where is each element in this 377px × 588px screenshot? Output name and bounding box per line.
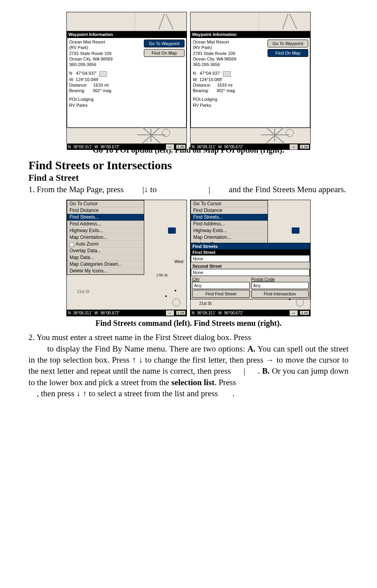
poi-addr1: 2781 State Route 109 xyxy=(69,51,140,56)
menu-overlay-data[interactable]: Overlay Data... xyxy=(67,248,144,254)
waypoint-info-body: Ocean Mist Resort (RV Park) 2781 State R… xyxy=(190,38,310,128)
waypoint-details: Ocean Mist Resort (RV Park) 2781 State R… xyxy=(67,38,142,127)
map-dot xyxy=(165,295,167,297)
poi-lon: W 124°10.088' xyxy=(69,77,140,82)
poi-phone: 360-289-3656 xyxy=(193,62,264,67)
status-lat: 36°08.311' xyxy=(197,145,216,149)
poi-name: Ocean Mist Resort xyxy=(193,39,264,45)
scale-indicator: 1 mi xyxy=(176,145,185,149)
first-street-label: First Street xyxy=(191,250,310,255)
go-to-waypoint-button[interactable]: Go To Waypoint xyxy=(268,40,308,47)
rv-icon xyxy=(99,71,107,77)
scale-indicator: 1 mi xyxy=(300,145,309,149)
city-input[interactable]: Any xyxy=(192,282,250,289)
find-on-map-button[interactable]: Find On Map xyxy=(144,49,185,57)
poi-addr2: Ocean City, WA 98569 xyxy=(69,56,140,62)
pan-arrow-icon[interactable]: ↔ xyxy=(290,144,298,149)
status-bar: N 36°08.311' W 96°00.672' ↔ 1 mi xyxy=(67,310,187,316)
status-lat: 36°08.311' xyxy=(73,145,92,149)
poi-lat: N 47°04.937' xyxy=(193,70,264,76)
find-streets-header: Find Streets xyxy=(191,243,310,250)
menu-find-streets[interactable]: Find Streets... xyxy=(191,214,268,221)
go-to-waypoint-button[interactable]: Go To Waypoint xyxy=(144,40,185,47)
poi-addr1: 2781 State Route 109 xyxy=(193,51,264,56)
compass-icon xyxy=(172,299,180,306)
pan-arrow-icon[interactable]: ↔ xyxy=(290,310,298,316)
status-lon: 96°00.672' xyxy=(100,145,119,149)
menu-highway-exits[interactable]: Highway Exits... xyxy=(67,227,144,234)
poi-phone: 360-289-3656 xyxy=(69,62,140,67)
menu-delete-icons[interactable]: Delete My Icons... xyxy=(67,268,144,274)
postal-input[interactable]: Any xyxy=(251,282,309,289)
street-label-21st: 21st St xyxy=(77,289,89,294)
second-street-input[interactable]: None xyxy=(191,269,310,276)
menu-auto-zoom[interactable]: Auto Zoom xyxy=(67,241,144,248)
poi-addr2: Ocean City, WA 98569 xyxy=(193,56,264,62)
highway-shield-icon xyxy=(291,227,300,234)
menu-find-distance[interactable]: Find Distance xyxy=(67,207,144,214)
menu-screen-right: Go To Cursor Find Distance Find Streets.… xyxy=(190,200,311,316)
poi-subtitle: (RV Park) xyxy=(69,45,140,50)
map-dot xyxy=(289,299,290,300)
menu-map-orientation[interactable]: Map Orientation... xyxy=(191,234,268,241)
menu-find-streets[interactable]: Find Streets... xyxy=(67,214,144,221)
subsection-heading: Find a Street xyxy=(28,173,349,183)
screenshot-row-2: Go To Cursor Find Distance Find Streets.… xyxy=(28,200,349,316)
menu-highway-exits[interactable]: Highway Exits... xyxy=(191,227,268,234)
poi-cat2: RV Parks xyxy=(193,102,264,108)
gps-screen-right: Waypoint Information Ocean Mist Resort (… xyxy=(190,12,311,143)
compass-icon xyxy=(162,129,170,137)
gps-screen-left: Waypoint Information Ocean Mist Resort (… xyxy=(66,12,187,143)
waypoint-info-body: Ocean Mist Resort (RV Park) 2781 State R… xyxy=(67,38,187,128)
city-label: City xyxy=(192,277,250,282)
highway-shield-icon xyxy=(168,227,176,234)
poi-name: Ocean Mist Resort xyxy=(69,39,140,45)
poi-cat1: POI-Lodging xyxy=(69,96,140,102)
poi-bear: Bearing: 302° mag xyxy=(69,88,140,93)
compass-icon xyxy=(296,299,304,306)
map-strip-bottom xyxy=(67,128,187,144)
poi-bear: Bearing: 302° mag xyxy=(193,88,264,93)
figure-caption-2: Find Streets command (left). Find Street… xyxy=(28,319,349,328)
find-first-street-button[interactable]: Find First Street xyxy=(192,290,250,298)
menu-screen-left: Go To Cursor Find Distance Find Streets.… xyxy=(66,200,187,316)
map-strip-top xyxy=(67,12,187,31)
poi-subtitle: (RV Park) xyxy=(193,45,264,50)
find-on-map-button[interactable]: Find On Map xyxy=(268,49,308,57)
waypoint-details: Ocean Mist Resort (RV Park) 2781 State R… xyxy=(191,38,266,127)
scale-indicator: 1 mi xyxy=(176,311,185,315)
street-label-17th: 17th St xyxy=(156,273,168,277)
first-street-input[interactable]: None xyxy=(191,255,310,262)
status-n: N xyxy=(192,145,194,149)
menu-find-distance[interactable]: Find Distance xyxy=(191,207,268,214)
find-intersection-button[interactable]: Find Intersection xyxy=(251,290,309,298)
waypoint-buttons: Go To Waypoint Find On Map xyxy=(266,38,310,127)
compass-icon xyxy=(286,129,294,137)
map-strip-bottom xyxy=(190,128,310,144)
menu-go-to-cursor[interactable]: Go To Cursor xyxy=(67,200,144,207)
step-1-text: 1. From the Map Page, press |↓ to | and … xyxy=(28,184,349,195)
menu-go-to-cursor[interactable]: Go To Cursor xyxy=(191,200,268,207)
map-dot xyxy=(175,290,176,291)
second-street-label: Second Street xyxy=(191,263,310,269)
pan-arrow-icon[interactable]: ↔ xyxy=(166,144,174,149)
poi-cat2: RV Parks xyxy=(69,102,140,108)
poi-dist: Distance: 1633 mi xyxy=(193,82,264,88)
poi-lon: W 124°10.088' xyxy=(193,77,264,82)
menu-map-orientation[interactable]: Map Orientation... xyxy=(67,234,144,241)
menu-find-address[interactable]: Find Address... xyxy=(191,221,268,227)
pan-arrow-icon[interactable]: ↔ xyxy=(166,310,174,316)
scale-indicator: 1 mi xyxy=(300,311,309,315)
menu-find-address[interactable]: Find Address... xyxy=(67,221,144,227)
screenshot-row-1: Waypoint Information Ocean Mist Resort (… xyxy=(28,12,349,143)
postal-label: Postal Code xyxy=(251,277,309,282)
map-menu-list-bg: Go To Cursor Find Distance Find Streets.… xyxy=(190,200,268,248)
menu-map-categories[interactable]: Map Categories Drawn... xyxy=(67,261,144,268)
poi-dist: Distance: 1633 mi xyxy=(69,82,140,88)
status-lon: 96°00.672' xyxy=(224,145,243,149)
status-w: W xyxy=(94,145,98,149)
west-label: West xyxy=(174,259,183,264)
status-bar: N 36°08.311' W 96°00.672' ↔ 1 mi xyxy=(190,310,310,316)
menu-map-data[interactable]: Map Data... xyxy=(67,254,144,261)
step-2-text: 2. You must enter a street name in the F… xyxy=(28,332,349,399)
